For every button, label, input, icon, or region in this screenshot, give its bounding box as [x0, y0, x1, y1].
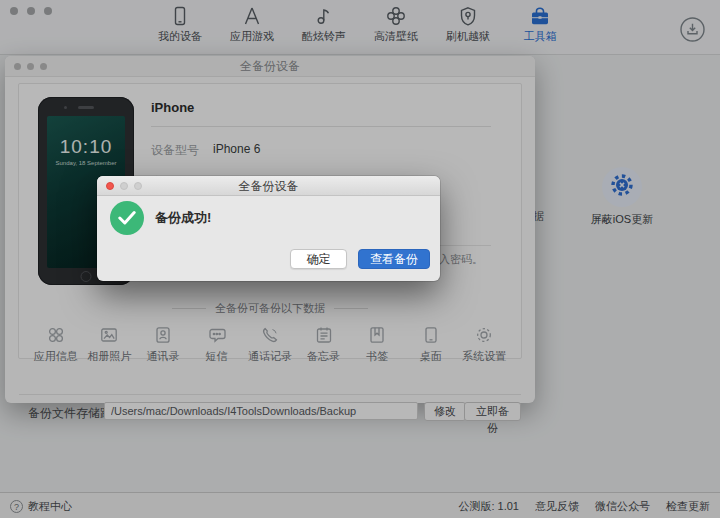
success-check-icon	[110, 201, 144, 235]
minimize-dialog-button	[120, 182, 128, 190]
success-message: 备份成功!	[155, 209, 211, 227]
dialog-title: 全备份设备	[239, 179, 299, 193]
view-backup-button[interactable]: 查看备份	[358, 249, 430, 269]
backup-success-dialog: 全备份设备 备份成功! 确定 查看备份	[97, 176, 440, 281]
close-dialog-button[interactable]	[106, 182, 114, 190]
ok-button[interactable]: 确定	[290, 249, 347, 269]
zoom-dialog-button	[134, 182, 142, 190]
dialog-traffic-lights	[106, 182, 142, 190]
dialog-titlebar: 全备份设备	[97, 176, 440, 196]
